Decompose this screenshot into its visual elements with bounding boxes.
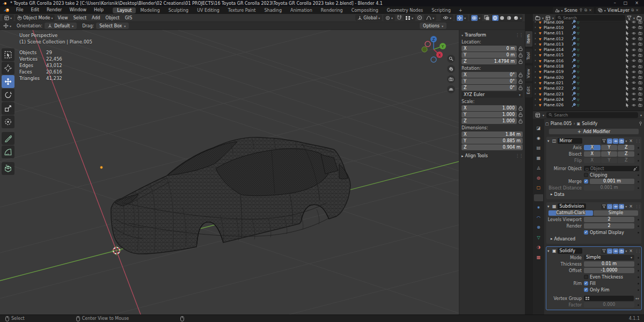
levels-viewport-slider[interactable]: 2 (584, 217, 634, 222)
rotation-field-row[interactable]: X0° (462, 72, 523, 78)
toggle-editmode-icon[interactable]: ▢ (607, 248, 612, 254)
toggle-render-icon[interactable] (619, 138, 624, 144)
subdivision-advanced-subpanel[interactable]: ▸Advanced (547, 236, 640, 242)
hide-eye-icon[interactable] (632, 97, 636, 101)
offset-slider[interactable]: -1.0000 (584, 268, 634, 273)
toggle-editmode-icon[interactable]: ▢ (607, 204, 612, 209)
object-name[interactable]: Plane.020 (544, 75, 572, 80)
expand-chevron-icon[interactable]: › (535, 25, 539, 30)
outliner-row[interactable]: › ▼ Plane.026 ▽ (533, 102, 644, 107)
expand-chevron-icon[interactable]: › (535, 80, 539, 85)
object-name[interactable]: Plane.026 (544, 103, 572, 107)
tool-add-cube-button[interactable] (2, 162, 14, 175)
menu-item[interactable]: File (12, 6, 27, 14)
extras-dropdown-icon[interactable]: ▾ (625, 139, 627, 143)
tool-rotate-button[interactable] (2, 89, 14, 101)
xray-toggle[interactable] (484, 15, 490, 21)
lock-icon[interactable] (518, 59, 523, 64)
expand-chevron-icon[interactable]: › (535, 53, 539, 57)
delete-modifier-icon[interactable]: × (628, 204, 634, 209)
selectable-icon[interactable] (625, 80, 630, 85)
render-visibility-icon[interactable] (638, 36, 642, 41)
object-name[interactable]: Plane.014 (544, 47, 572, 52)
object-name[interactable]: Plane.018 (544, 64, 572, 69)
hide-eye-icon[interactable] (632, 58, 636, 63)
render-visibility-icon[interactable] (638, 86, 642, 91)
rotation-mode-dropdown[interactable]: XYZ Euler▾ (462, 92, 523, 98)
workspace-tab[interactable]: Modeling (136, 8, 164, 13)
subdivision-type-button[interactable]: Simple (594, 210, 638, 216)
render-visibility-icon[interactable] (638, 53, 642, 57)
hide-eye-icon[interactable] (632, 25, 636, 30)
workspace-tab[interactable]: Scripting (427, 8, 455, 13)
expand-chevron-icon[interactable]: › (535, 36, 539, 41)
new-view-layer-icon[interactable]: ⧉ (631, 8, 634, 12)
object-name[interactable]: Plane.010 (544, 25, 572, 30)
toggle-cage-icon[interactable] (601, 248, 606, 254)
optimal-display-checkbox[interactable]: ✓ (584, 230, 588, 235)
viewport-canvas[interactable]: User Perspective (1) Scene Collection | … (0, 30, 525, 314)
axis-button[interactable]: X (584, 145, 601, 150)
outliner-row[interactable]: › ▼ Plane.018 ▽ (533, 63, 644, 69)
navigation-gizmo[interactable]: Z Y X (419, 34, 449, 64)
axis-button[interactable]: X (584, 158, 601, 163)
object-name[interactable]: Plane.015 (544, 53, 572, 57)
pin-icon[interactable] (579, 8, 583, 12)
workspace-tab[interactable]: Compositing (347, 8, 383, 13)
dimension-field-row[interactable]: Y0.885 m (462, 138, 523, 144)
shading-options-dropdown[interactable]: ▾ (520, 16, 522, 20)
filter-icon[interactable] (627, 16, 632, 20)
proportional-falloff-selector[interactable]: ▾ (424, 14, 436, 21)
properties-tab-output[interactable]: ▤ (534, 144, 543, 151)
render-visibility-icon[interactable] (638, 20, 642, 24)
hide-eye-icon[interactable] (632, 103, 636, 107)
expand-chevron-icon[interactable]: › (535, 103, 539, 107)
properties-tab-view-layer[interactable]: ▦ (534, 155, 543, 162)
viewport-menu-item[interactable]: Object (103, 16, 122, 20)
tool-transform-button[interactable] (2, 115, 14, 128)
toggle-cage-icon[interactable] (601, 204, 606, 209)
mirror-data-subpanel[interactable]: ▸Data (547, 191, 640, 197)
new-scene-icon[interactable]: ⧉ (584, 8, 587, 12)
workspace-tab[interactable]: UV Editing (193, 8, 224, 13)
shading-material-button[interactable] (506, 15, 513, 21)
rotation-field-row[interactable]: Y0° (462, 78, 523, 84)
overlays-selector[interactable]: ▾ (469, 14, 482, 21)
extras-dropdown-icon[interactable]: ▾ (625, 249, 627, 253)
outliner-row[interactable]: › ▼ Plane.013 ▽ (533, 41, 644, 47)
modifier-name-field[interactable]: Subdivision (558, 203, 587, 209)
properties-tab-object[interactable]: ▢ (534, 184, 543, 191)
viewport-3d[interactable]: ▾ Object Mode▾ ViewSelectAddObjectGIS Gl… (0, 14, 525, 314)
gizmos-selector[interactable]: ▾ (455, 14, 468, 21)
perspective-toggle-button[interactable] (447, 85, 455, 93)
selectable-icon[interactable] (625, 70, 630, 74)
outliner-row[interactable]: › ▼ Plane.021 ▽ (533, 80, 644, 85)
collapse-icon[interactable]: ▾ (547, 204, 551, 209)
axis-button[interactable]: Y (601, 151, 618, 157)
hide-eye-icon[interactable] (632, 48, 636, 52)
mirror-object-field[interactable]: ▢ Object (584, 166, 639, 171)
menu-item[interactable]: Edit (27, 6, 43, 14)
outliner-row[interactable]: › ▼ Plane.012 ▽ (533, 36, 644, 41)
lock-icon[interactable] (518, 46, 523, 51)
lock-icon[interactable] (518, 106, 523, 111)
properties-tab-particles[interactable]: ∗ (534, 204, 543, 211)
delete-modifier-icon[interactable]: × (628, 138, 634, 143)
lock-icon[interactable] (518, 112, 523, 117)
render-visibility-icon[interactable] (638, 25, 642, 30)
editor-type-button[interactable]: ▾ (2, 14, 14, 21)
toggle-cage-icon[interactable] (601, 138, 606, 144)
scene-selector[interactable]: ▾ Scene ⧉ × (553, 7, 594, 13)
location-field-row[interactable]: Y0 m (462, 52, 523, 58)
unlink-scene-icon[interactable]: × (589, 8, 592, 12)
axis-button[interactable]: Z (618, 158, 634, 163)
hide-eye-icon[interactable] (632, 20, 636, 24)
proportional-edit-toggle[interactable] (416, 15, 423, 21)
axis-button[interactable]: Y (601, 158, 618, 163)
toggle-render-icon[interactable] (619, 248, 624, 254)
axis-button[interactable]: Z (618, 151, 634, 157)
render-visibility-icon[interactable] (638, 64, 642, 69)
hide-eye-icon[interactable] (632, 36, 636, 41)
render-visibility-icon[interactable] (638, 75, 642, 79)
render-levels-slider[interactable]: 2 (584, 223, 634, 229)
